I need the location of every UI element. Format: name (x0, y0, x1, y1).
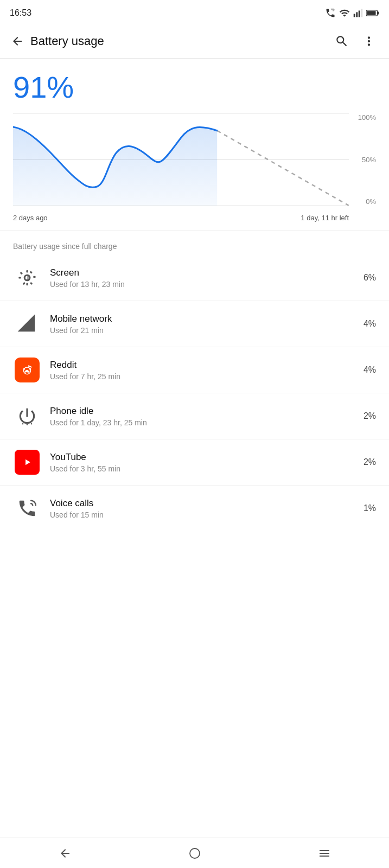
reddit-percent: 4% (364, 365, 376, 375)
svg-rect-3 (361, 9, 362, 17)
mobile-network-percent: 4% (364, 319, 376, 329)
header: Battery usage (0, 24, 389, 59)
screen-item-text: Screen Used for 13 hr, 23 min (50, 267, 364, 289)
page-title: Battery usage (30, 34, 328, 48)
svg-line-11 (218, 131, 349, 206)
svg-rect-2 (359, 11, 360, 17)
youtube-icon (13, 448, 41, 476)
voice-calls-icon (13, 494, 41, 522)
y-label-100: 100% (358, 113, 376, 122)
reddit-usage: Used for 7 hr, 25 min (50, 372, 364, 381)
nav-recents-button[interactable] (305, 841, 344, 865)
battery-chart: 100% 50% 0% (13, 113, 376, 222)
x-label-left: 2 days ago (13, 214, 48, 222)
phone-idle-name: Phone idle (50, 406, 364, 417)
status-icons (325, 8, 379, 18)
mobile-network-icon (13, 310, 41, 338)
svg-rect-1 (356, 12, 358, 17)
youtube-name: YouTube (50, 452, 364, 463)
status-bar: 16:53 (0, 0, 389, 24)
list-item-reddit[interactable]: Reddit Used for 7 hr, 25 min 4% (0, 347, 389, 393)
svg-point-24 (190, 848, 200, 858)
svg-rect-5 (378, 11, 379, 14)
mobile-network-usage: Used for 21 min (50, 326, 364, 335)
list-item-phone-idle[interactable]: Phone idle Used for 1 day, 23 hr, 25 min… (0, 393, 389, 439)
svg-marker-23 (25, 459, 30, 465)
status-time: 16:53 (10, 8, 31, 18)
signal-icon (353, 8, 363, 18)
x-label-right: 1 day, 11 hr left (301, 214, 349, 222)
svg-point-18 (23, 368, 25, 370)
list-item-screen[interactable]: Screen Used for 13 hr, 23 min 6% (0, 255, 389, 301)
voice-calls-name: Voice calls (50, 498, 364, 509)
svg-point-19 (28, 365, 30, 367)
phone-idle-usage: Used for 1 day, 23 hr, 25 min (50, 418, 364, 427)
screen-usage: Used for 13 hr, 23 min (50, 280, 364, 289)
call-icon (325, 8, 336, 18)
mobile-network-item-text: Mobile network Used for 21 min (50, 314, 364, 335)
y-label-50: 50% (362, 156, 376, 164)
battery-percent: 91% (13, 69, 376, 105)
screen-name: Screen (50, 267, 364, 278)
bottom-nav (0, 838, 389, 868)
back-button[interactable] (4, 30, 30, 52)
youtube-usage: Used for 3 hr, 55 min (50, 464, 364, 473)
chart-svg-area (13, 113, 349, 206)
phone-idle-icon (13, 402, 41, 430)
chart-section: 91% 100% 50% 0% (0, 59, 389, 231)
voice-calls-item-text: Voice calls Used for 15 min (50, 498, 364, 519)
screen-icon (13, 264, 41, 292)
reddit-icon (13, 356, 41, 384)
more-options-button[interactable] (355, 30, 382, 53)
battery-usage-list: Battery usage since full charge Screen U… (0, 231, 389, 531)
list-item-mobile-network[interactable]: Mobile network Used for 21 min 4% (0, 301, 389, 347)
svg-rect-6 (367, 11, 375, 15)
youtube-item-text: YouTube Used for 3 hr, 55 min (50, 452, 364, 473)
nav-home-button[interactable] (175, 841, 214, 865)
list-item-voice-calls[interactable]: Voice calls Used for 15 min 1% (0, 486, 389, 531)
chart-y-labels: 100% 50% 0% (351, 113, 376, 206)
list-section-header: Battery usage since full charge (0, 231, 389, 255)
reddit-name: Reddit (50, 360, 364, 371)
wifi-icon (339, 8, 350, 18)
phone-idle-percent: 2% (364, 411, 376, 421)
y-label-0: 0% (366, 197, 376, 206)
mobile-network-name: Mobile network (50, 314, 364, 324)
svg-point-21 (27, 424, 28, 426)
screen-percent: 6% (364, 273, 376, 283)
svg-rect-0 (354, 14, 355, 17)
svg-point-15 (25, 370, 27, 371)
svg-point-17 (29, 368, 31, 370)
phone-idle-item-text: Phone idle Used for 1 day, 23 hr, 25 min (50, 406, 364, 427)
battery-icon (366, 8, 379, 18)
svg-point-16 (28, 370, 29, 371)
voice-calls-percent: 1% (364, 503, 376, 513)
nav-back-button[interactable] (46, 841, 85, 865)
youtube-percent: 2% (364, 457, 376, 467)
list-item-youtube[interactable]: YouTube Used for 3 hr, 55 min 2% (0, 439, 389, 486)
svg-point-22 (31, 423, 33, 425)
chart-x-labels: 2 days ago 1 day, 11 hr left (13, 214, 349, 222)
svg-point-20 (22, 423, 24, 425)
voice-calls-usage: Used for 15 min (50, 510, 364, 519)
search-button[interactable] (328, 30, 355, 53)
reddit-item-text: Reddit Used for 7 hr, 25 min (50, 360, 364, 381)
